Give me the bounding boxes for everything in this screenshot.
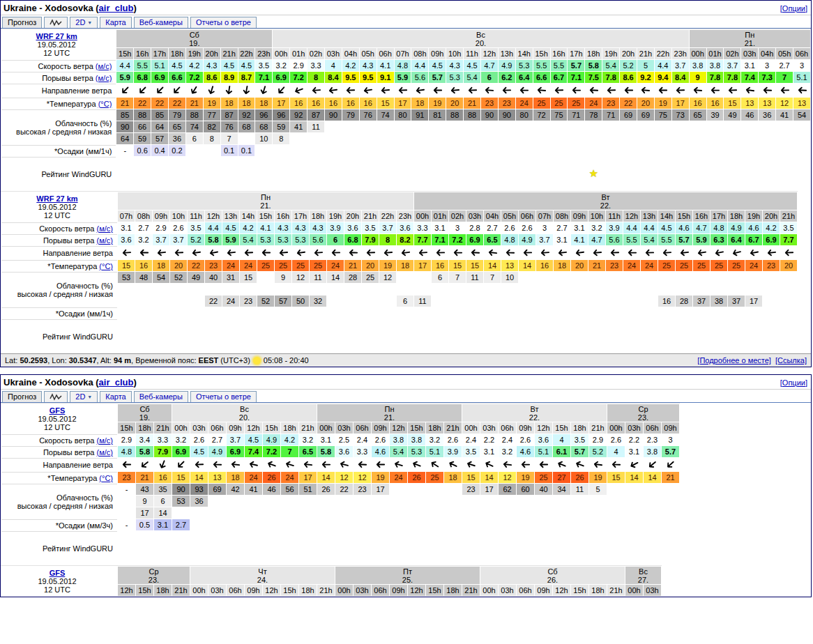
club-link[interactable]: air_club <box>99 377 134 388</box>
forecast-table-wrf2: WRF 27 km19.05.201212 UTCПн21.Вт22.07h08… <box>1 191 798 353</box>
model-link[interactable]: WRF 27 km <box>36 32 77 40</box>
wind-direction-cell <box>519 246 535 259</box>
label: Рейтинг WindGURU <box>41 170 112 178</box>
precip-cell <box>745 307 762 319</box>
day-name: Вт <box>530 405 538 413</box>
cloud-cell: 51 <box>299 484 317 495</box>
wind-direction-cell <box>208 458 226 471</box>
wind-gust-cell: 9 <box>690 72 706 83</box>
temp-unit-link[interactable]: (°C) <box>98 100 112 108</box>
rating-cell <box>190 531 208 565</box>
wind-direction-arrow-icon <box>779 85 789 95</box>
model-link[interactable]: GFS <box>50 406 66 415</box>
rating-cell <box>625 531 643 565</box>
cloud-cell <box>519 284 535 295</box>
speed-unit-link[interactable]: (м/с) <box>97 436 113 445</box>
tab-веб-камеры[interactable]: Веб-камеры <box>134 391 188 402</box>
wind-speed-cell: 4 <box>325 60 342 71</box>
cloud-cell <box>662 496 679 507</box>
model-link[interactable]: WRF 27 km <box>36 194 77 203</box>
tab-2d[interactable]: 2D▼ <box>70 391 98 402</box>
cloud-cell: 92 <box>238 109 255 121</box>
cloud-cell: 22 <box>205 296 222 307</box>
wind-direction-arrow-icon <box>205 84 218 97</box>
day-name: Пн <box>261 193 271 201</box>
gusts-unit-link[interactable]: (м/с) <box>97 448 113 457</box>
cloud-cell <box>793 133 810 144</box>
wind-direction-cell <box>662 458 679 471</box>
cloud-cell: 56 <box>281 484 298 495</box>
precip-cell <box>690 145 706 156</box>
model-link[interactable]: GFS <box>50 569 66 577</box>
tab-отчеты-о-ветре[interactable]: Отчеты о ветре <box>190 17 257 28</box>
temp-unit-link[interactable]: (°C) <box>99 262 113 270</box>
chevron-down-icon: ▼ <box>87 394 92 399</box>
label: Скорость ветра <box>38 62 93 70</box>
temp-unit-link[interactable]: (°C) <box>99 474 113 482</box>
gusts-unit-link[interactable]: (м/с) <box>96 74 112 82</box>
temperature-cell: 24 <box>745 260 762 271</box>
hour-header-cell: 12h <box>118 585 135 596</box>
hour-header-cell: 21h <box>589 422 607 434</box>
wind-direction-arrow-icon <box>312 247 324 258</box>
cloud-cell <box>290 133 307 144</box>
wind-gust-cell: 4.8 <box>118 446 135 457</box>
cloud-cell: 64 <box>116 133 133 144</box>
gusts-unit-link[interactable]: (м/с) <box>97 236 113 245</box>
wind-direction-cell <box>153 246 169 259</box>
club-link[interactable]: air_club <box>99 3 134 13</box>
speed-unit-link[interactable]: (м/с) <box>97 224 113 233</box>
wind-speed-cell: 3.2 <box>426 434 443 445</box>
share-link[interactable]: [Ссылка] <box>775 356 807 365</box>
cloud-cell <box>449 296 466 307</box>
cloud-cell: 75 <box>551 109 568 121</box>
speed-unit-link[interactable]: (м/с) <box>96 62 112 70</box>
gusts-row-label: Порывы ветра (м/с) <box>1 72 116 83</box>
cloud-cell: 11 <box>571 484 588 495</box>
temperature-cell: 22 <box>134 98 151 109</box>
model-run-date: 19.05.2012 <box>1 415 113 423</box>
wind-direction-cell <box>449 246 466 259</box>
precip-cell <box>299 519 317 530</box>
cloud-cell <box>342 121 359 132</box>
tab-карта[interactable]: Карта <box>100 391 131 402</box>
hour-header-cell: 18h <box>136 422 153 434</box>
cloud-cell <box>763 284 780 295</box>
cloud-cell <box>780 284 797 295</box>
tab-веб-камеры[interactable]: Веб-камеры <box>134 17 188 28</box>
hour-header-cell: 03h <box>325 48 342 59</box>
hour-header-cell: 07h <box>395 48 411 59</box>
cloud-cell <box>763 272 780 283</box>
day-header-cell: Сб19. <box>116 30 272 47</box>
cloud-cell <box>379 284 396 295</box>
tab-graph[interactable] <box>44 17 68 28</box>
tab-карта[interactable]: Карта <box>100 17 131 28</box>
precip-cell <box>275 307 291 319</box>
cloud-cell: 10 <box>255 133 272 144</box>
place-details-link[interactable]: [Подробнее о месте] <box>697 356 771 365</box>
tab-прогноз[interactable]: Прогноз <box>2 17 42 28</box>
cloud-cell <box>554 296 570 307</box>
hour-header-cell: 21h <box>317 585 335 596</box>
precip-cell <box>793 145 810 156</box>
cloud-cell: 8 <box>204 133 220 144</box>
wind-gust-cell: 5.3 <box>292 234 309 245</box>
hour-header-cell: 01h <box>290 48 307 59</box>
hour-header-cell: 15h <box>553 422 570 434</box>
temperature-cell: 21 <box>588 260 605 271</box>
tab-graph[interactable] <box>44 391 68 402</box>
rating-cell <box>116 157 133 190</box>
wind-gust-cell: 3.3 <box>354 446 371 457</box>
cloud-cell <box>516 133 533 144</box>
precip-cell <box>741 145 758 156</box>
tab-2d[interactable]: 2D▼ <box>70 17 98 28</box>
wind-direction-cell <box>554 246 570 259</box>
wind-direction-cell <box>204 84 220 97</box>
tab-прогноз[interactable]: Прогноз <box>2 391 42 402</box>
options-link[interactable]: [Опции] <box>780 378 807 387</box>
options-link[interactable]: [Опции] <box>780 4 807 13</box>
cloud-cell <box>466 296 483 307</box>
wind-speed-cell: 4.9 <box>728 222 745 233</box>
tab-отчеты-о-ветре[interactable]: Отчеты о ветре <box>190 391 257 402</box>
wind-speed-cell: 4.7 <box>693 222 710 233</box>
